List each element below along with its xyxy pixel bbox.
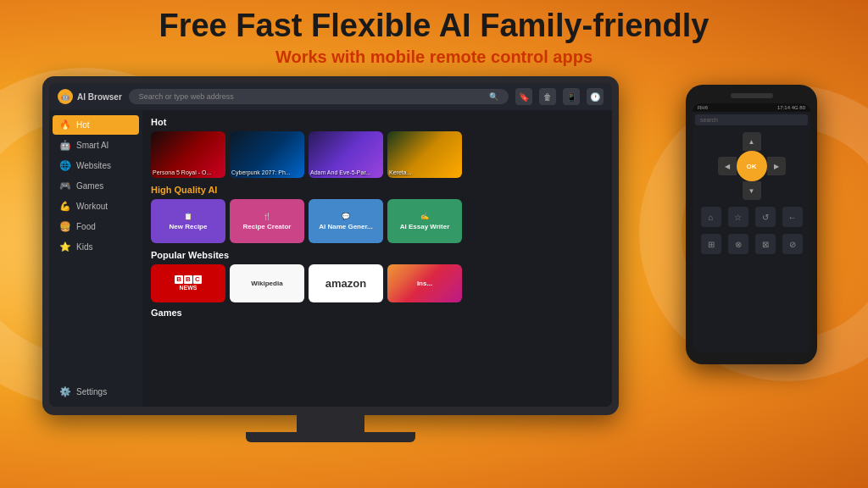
browser-logo-text: AI Browser: [77, 92, 122, 102]
bookmark-icon[interactable]: 🔖: [515, 88, 532, 105]
ai-cards: 📋 New Recipe 🍴 Recipe Creator 💬 AI Name …: [151, 199, 604, 243]
workout-icon: 💪: [59, 201, 71, 212]
bbc-b1: B: [175, 275, 183, 284]
phone-screen: RH6 17:14 4G 80 search ▲ ▼ ◀ ▶ OK: [693, 103, 810, 353]
instagram-label: Ins...: [417, 280, 432, 287]
essay-icon: ✍️: [420, 213, 429, 220]
phone-notch: [731, 93, 773, 98]
phone-btn-home[interactable]: ⌂: [701, 207, 721, 227]
thumb-persona[interactable]: Persona 5 Royal - O...: [151, 131, 225, 178]
games-icon: 🎮: [59, 180, 71, 191]
kids-icon: ⭐: [59, 241, 71, 252]
phone-btn-r4[interactable]: ⊘: [782, 234, 803, 254]
sub-title: Works with mobile remote control apps: [0, 47, 868, 67]
tv-neck: [297, 415, 364, 432]
dpad-ok-button[interactable]: OK: [737, 151, 767, 181]
sidebar-label-hot: Hot: [76, 120, 90, 130]
settings-icon: ⚙️: [59, 386, 71, 397]
section-ai: High Quality AI: [151, 185, 604, 195]
thumb-adam[interactable]: Adam And Eve-5-Par...: [309, 131, 383, 178]
sidebar-item-kids[interactable]: ⭐ Kids: [53, 237, 139, 257]
tv-screen-outer: 🤖 AI Browser Search or type web address …: [42, 76, 619, 415]
sidebar-label-websites: Websites: [76, 161, 111, 170]
name-icon: 💬: [342, 213, 350, 220]
website-wikipedia[interactable]: Wikipedia: [230, 264, 304, 302]
phone-btn-r3[interactable]: ⊠: [755, 234, 776, 254]
thumb-cyberpunk-label: Cyberpunk 2077: Ph...: [231, 169, 303, 176]
phone-outer: RH6 17:14 4G 80 search ▲ ▼ ◀ ▶ OK: [686, 85, 817, 364]
search-placeholder-text: Search or type web address: [139, 92, 234, 101]
dpad-down-button[interactable]: ▼: [743, 181, 761, 200]
hot-icon: 🔥: [59, 119, 71, 130]
thumb-kereta-label: Kereta...: [389, 169, 460, 176]
phone-btn-star[interactable]: ☆: [728, 207, 748, 227]
search-bar[interactable]: Search or type web address 🔍: [129, 89, 509, 104]
ai-card-recipe[interactable]: 📋 New Recipe: [151, 199, 225, 243]
website-cards: B B C NEWS Wikipedia amazon: [151, 264, 604, 302]
sidebar-item-games[interactable]: 🎮 Games: [53, 176, 139, 196]
section-websites: Popular Websites: [151, 250, 604, 260]
search-icon: 🔍: [489, 92, 498, 101]
thumb-adam-label: Adam And Eve-5-Par...: [310, 169, 381, 176]
ai-card-essay[interactable]: ✍️ AI Essay Writer: [387, 199, 462, 243]
delete-icon[interactable]: 🗑: [539, 88, 556, 105]
sidebar-label-smart-ai: Smart AI: [76, 141, 108, 150]
ai-card-name[interactable]: 💬 AI Name Gener...: [309, 199, 383, 243]
tv-wrapper: 🤖 AI Browser Search or type web address …: [42, 76, 636, 458]
browser-logo: 🤖 AI Browser: [58, 89, 122, 104]
sidebar-item-smart-ai[interactable]: 🤖 Smart AI: [53, 136, 139, 155]
recipe-label: New Recipe: [170, 223, 208, 230]
creator-label: Recipe Creator: [243, 223, 292, 230]
phone-status: RH6 17:14 4G 80: [693, 103, 810, 112]
food-icon: 🍔: [59, 221, 71, 232]
sidebar: 🔥 Hot 🤖 Smart AI 🌐 Websites 🎮: [49, 110, 142, 407]
sidebar-item-websites[interactable]: 🌐 Websites: [53, 156, 139, 175]
sidebar-label-kids: Kids: [76, 242, 92, 252]
dpad-left-button[interactable]: ◀: [718, 157, 737, 175]
bbc-inner: B B C NEWS: [175, 275, 201, 291]
phone-btn-r1[interactable]: ⊞: [701, 234, 721, 254]
sidebar-item-food[interactable]: 🍔 Food: [53, 217, 139, 236]
thumb-kereta[interactable]: Kereta...: [387, 131, 462, 178]
phone-btns-row2: ⊞ ⊗ ⊠ ⊘: [701, 234, 803, 254]
creator-icon: 🍴: [263, 213, 271, 220]
clock-icon[interactable]: 🕐: [587, 88, 604, 105]
thumb-cyberpunk[interactable]: Cyberpunk 2077: Ph...: [230, 131, 304, 178]
thumb-persona-label: Persona 5 Royal - O...: [153, 169, 224, 176]
tablet-icon[interactable]: 📱: [563, 88, 580, 105]
phone-status-left: RH6: [698, 105, 708, 110]
tv-stand: [42, 415, 619, 442]
ok-label: OK: [747, 163, 757, 170]
bbc-boxes: B B C: [175, 275, 201, 284]
sidebar-settings[interactable]: ⚙️ Settings: [53, 382, 114, 402]
browser-content: 🔥 Hot 🤖 Smart AI 🌐 Websites 🎮: [49, 110, 612, 407]
phone-search[interactable]: search: [695, 114, 808, 125]
sidebar-item-hot[interactable]: 🔥 Hot: [53, 115, 139, 135]
sidebar-item-workout[interactable]: 💪 Workout: [53, 197, 139, 216]
wikipedia-label: Wikipedia: [251, 280, 282, 287]
tv-base: [246, 432, 415, 442]
header-area: Free Fast Flexible AI Family-friendly Wo…: [0, 8, 868, 67]
phone-btn-r2[interactable]: ⊗: [728, 234, 748, 254]
phone-btn-history[interactable]: ↺: [755, 207, 776, 227]
phone-search-text: search: [700, 117, 718, 123]
sidebar-items: 🔥 Hot 🤖 Smart AI 🌐 Websites 🎮: [49, 110, 142, 262]
bbc-b3: C: [193, 275, 202, 284]
phone-btn-back[interactable]: ←: [782, 207, 803, 227]
phone-wrapper: RH6 17:14 4G 80 search ▲ ▼ ◀ ▶ OK: [686, 85, 834, 390]
logo-icon: 🤖: [58, 89, 73, 104]
website-amazon[interactable]: amazon: [309, 264, 383, 302]
sidebar-label-food: Food: [76, 222, 96, 231]
dpad-up-button[interactable]: ▲: [743, 132, 761, 151]
ai-card-creator[interactable]: 🍴 Recipe Creator: [230, 199, 304, 243]
name-label: AI Name Gener...: [319, 223, 373, 230]
section-games: Games: [151, 308, 604, 318]
dpad-right-button[interactable]: ▶: [767, 157, 786, 175]
sidebar-label-workout: Workout: [76, 202, 108, 211]
phone-remote: ▲ ▼ ◀ ▶ OK ⌂ ☆ ↺ ← ⊞: [693, 128, 810, 353]
section-hot: Hot: [151, 117, 604, 127]
game-thumbnails: Persona 5 Royal - O... Cyberpunk 2077: P…: [151, 131, 604, 178]
website-bbc[interactable]: B B C NEWS: [151, 264, 225, 302]
website-instagram[interactable]: Ins...: [387, 264, 462, 302]
main-title: Free Fast Flexible AI Family-friendly: [0, 8, 868, 44]
